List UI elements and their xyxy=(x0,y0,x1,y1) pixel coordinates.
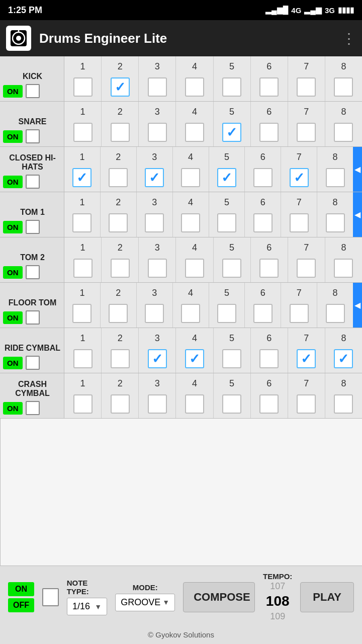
beat-check-tom-2-3[interactable] xyxy=(148,259,167,278)
beat-check-ride-cymbal-2[interactable] xyxy=(111,349,130,368)
beat-check-ride-cymbal-6[interactable] xyxy=(259,349,279,368)
compose-button[interactable]: COMPOSE xyxy=(183,582,255,612)
row-arrow-closed-hi-hats[interactable]: ◀ xyxy=(353,147,362,192)
beat-check-tom-2-6[interactable] xyxy=(259,259,279,278)
beat-check-tom-2-1[interactable] xyxy=(73,259,93,278)
beat-check-closed-hi-hats-8[interactable] xyxy=(326,168,345,187)
beat-check-kick-1[interactable] xyxy=(73,77,93,97)
beat-check-closed-hi-hats-1[interactable]: ✓ xyxy=(72,168,92,187)
beat-check-tom-1-3[interactable] xyxy=(145,213,164,232)
on-button-snare[interactable]: ON xyxy=(3,130,23,143)
beat-col-ride-cymbal-6: 6 xyxy=(251,328,288,373)
beat-check-closed-hi-hats-3[interactable]: ✓ xyxy=(145,168,164,187)
beat-check-ride-cymbal-1[interactable] xyxy=(73,349,93,368)
beat-check-kick-3[interactable] xyxy=(148,77,167,97)
beat-check-crash-cymbal-1[interactable] xyxy=(73,394,93,414)
global-on-button[interactable]: ON xyxy=(8,582,34,596)
beat-check-ride-cymbal-5[interactable] xyxy=(222,349,241,368)
beat-check-floor-tom-7[interactable] xyxy=(290,304,309,323)
on-button-closed-hi-hats[interactable]: ON xyxy=(3,176,23,188)
beat-check-crash-cymbal-7[interactable] xyxy=(297,394,316,414)
beat-check-floor-tom-8[interactable] xyxy=(326,304,345,323)
beat-check-snare-1[interactable] xyxy=(73,123,93,142)
tempo-below: 109 xyxy=(270,611,285,622)
beat-check-ride-cymbal-4[interactable]: ✓ xyxy=(185,349,204,368)
drum-checkbox-snare[interactable] xyxy=(26,129,40,143)
beat-check-closed-hi-hats-2[interactable] xyxy=(109,168,128,187)
beat-check-crash-cymbal-3[interactable] xyxy=(148,394,167,414)
beat-check-kick-5[interactable] xyxy=(222,77,241,97)
beat-check-tom-1-7[interactable] xyxy=(290,213,309,232)
beat-check-ride-cymbal-7[interactable]: ✓ xyxy=(297,349,316,368)
beat-num-ride-cymbal-5: 5 xyxy=(229,333,234,344)
beat-check-floor-tom-1[interactable] xyxy=(72,304,92,323)
beat-check-tom-2-8[interactable] xyxy=(334,259,353,278)
drum-checkbox-crash-cymbal[interactable] xyxy=(26,401,40,415)
beat-check-floor-tom-4[interactable] xyxy=(181,304,200,323)
beat-check-snare-8[interactable] xyxy=(334,123,353,142)
beat-check-floor-tom-2[interactable] xyxy=(109,304,128,323)
beat-check-snare-7[interactable] xyxy=(297,123,316,142)
global-checkbox[interactable] xyxy=(42,588,59,606)
drum-checkbox-ride-cymbal[interactable] xyxy=(26,356,40,370)
mode-dropdown[interactable]: GROOVE ▼ xyxy=(115,594,175,611)
beat-num-crash-cymbal-4: 4 xyxy=(192,378,197,389)
drum-checkbox-floor-tom[interactable] xyxy=(26,310,40,325)
beat-check-ride-cymbal-8[interactable]: ✓ xyxy=(334,349,353,368)
beat-check-tom-1-8[interactable] xyxy=(326,213,345,232)
beat-check-tom-2-7[interactable] xyxy=(297,259,316,278)
beat-check-snare-5[interactable]: ✓ xyxy=(222,123,241,142)
beat-check-floor-tom-6[interactable] xyxy=(253,304,273,323)
beat-check-snare-6[interactable] xyxy=(259,123,279,142)
beat-check-crash-cymbal-4[interactable] xyxy=(185,394,204,414)
beat-check-closed-hi-hats-6[interactable] xyxy=(253,168,273,187)
beat-check-closed-hi-hats-4[interactable] xyxy=(181,168,200,187)
drum-label-kick: KICKON xyxy=(0,56,64,101)
beat-check-kick-4[interactable] xyxy=(185,77,204,97)
beat-check-floor-tom-5[interactable] xyxy=(217,304,236,323)
drum-checkbox-tom-2[interactable] xyxy=(26,265,40,279)
drum-checkbox-tom-1[interactable] xyxy=(26,220,40,234)
beat-check-kick-8[interactable] xyxy=(334,77,353,97)
on-button-crash-cymbal[interactable]: ON xyxy=(3,402,23,415)
on-button-tom-1[interactable]: ON xyxy=(3,221,23,233)
row-arrow-floor-tom[interactable]: ◀ xyxy=(353,283,362,328)
beat-check-tom-1-6[interactable] xyxy=(253,213,273,232)
beat-check-tom-2-4[interactable] xyxy=(185,259,204,278)
on-button-floor-tom[interactable]: ON xyxy=(3,311,23,324)
beat-num-tom-2-7: 7 xyxy=(304,243,309,253)
beat-check-kick-2[interactable]: ✓ xyxy=(111,77,130,97)
beat-check-snare-4[interactable] xyxy=(185,123,204,142)
on-button-ride-cymbal[interactable]: ON xyxy=(3,357,23,369)
beat-check-floor-tom-3[interactable] xyxy=(145,304,164,323)
beat-check-crash-cymbal-2[interactable] xyxy=(111,394,130,414)
beat-check-tom-1-1[interactable] xyxy=(72,213,92,232)
beat-check-kick-6[interactable] xyxy=(259,77,279,97)
drum-checkbox-closed-hi-hats[interactable] xyxy=(26,175,40,189)
on-button-tom-2[interactable]: ON xyxy=(3,266,23,279)
beat-col-tom-1-2: 2 xyxy=(101,192,137,237)
beat-check-closed-hi-hats-5[interactable]: ✓ xyxy=(217,168,236,187)
beat-check-snare-2[interactable] xyxy=(111,123,130,142)
beat-check-tom-2-5[interactable] xyxy=(222,259,241,278)
beat-check-crash-cymbal-8[interactable] xyxy=(334,394,353,414)
beat-check-crash-cymbal-5[interactable] xyxy=(222,394,241,414)
beat-check-kick-7[interactable] xyxy=(297,77,316,97)
beat-check-ride-cymbal-3[interactable]: ✓ xyxy=(148,349,167,368)
row-arrow-tom-1[interactable]: ◀ xyxy=(353,192,362,237)
on-button-kick[interactable]: ON xyxy=(3,85,23,98)
play-button[interactable]: PLAY xyxy=(300,582,354,612)
beat-check-tom-1-5[interactable] xyxy=(217,213,236,232)
beat-check-tom-1-4[interactable] xyxy=(181,213,200,232)
drum-checkbox-kick[interactable] xyxy=(26,84,40,98)
beat-check-crash-cymbal-6[interactable] xyxy=(259,394,279,414)
note-type-dropdown[interactable]: 1/16 ▼ xyxy=(67,598,107,615)
beat-check-tom-1-2[interactable] xyxy=(109,213,128,232)
beat-check-tom-2-2[interactable] xyxy=(111,259,130,278)
global-off-button[interactable]: OFF xyxy=(8,598,34,612)
beat-check-closed-hi-hats-7[interactable]: ✓ xyxy=(290,168,309,187)
menu-button[interactable]: ⋮ xyxy=(342,30,356,47)
beat-check-snare-3[interactable] xyxy=(148,123,167,142)
title-bar: Drums Engineer Lite ⋮ xyxy=(0,20,362,56)
tempo-scroller[interactable]: 107 108 109 xyxy=(266,581,290,622)
